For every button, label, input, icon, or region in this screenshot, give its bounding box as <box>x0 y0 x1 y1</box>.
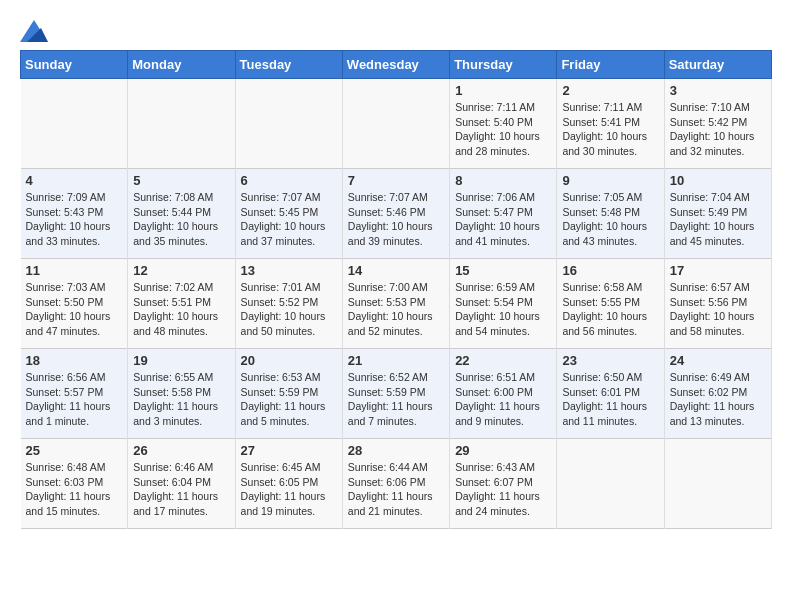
calendar-cell: 19Sunrise: 6:55 AM Sunset: 5:58 PM Dayli… <box>128 349 235 439</box>
calendar-cell: 7Sunrise: 7:07 AM Sunset: 5:46 PM Daylig… <box>342 169 449 259</box>
calendar-cell: 16Sunrise: 6:58 AM Sunset: 5:55 PM Dayli… <box>557 259 664 349</box>
calendar-cell: 13Sunrise: 7:01 AM Sunset: 5:52 PM Dayli… <box>235 259 342 349</box>
day-info: Sunrise: 6:48 AM Sunset: 6:03 PM Dayligh… <box>26 460 123 519</box>
day-info: Sunrise: 7:10 AM Sunset: 5:42 PM Dayligh… <box>670 100 766 159</box>
day-number: 12 <box>133 263 229 278</box>
calendar-cell: 10Sunrise: 7:04 AM Sunset: 5:49 PM Dayli… <box>664 169 771 259</box>
day-number: 8 <box>455 173 551 188</box>
calendar-cell: 21Sunrise: 6:52 AM Sunset: 5:59 PM Dayli… <box>342 349 449 439</box>
calendar-cell: 12Sunrise: 7:02 AM Sunset: 5:51 PM Dayli… <box>128 259 235 349</box>
day-info: Sunrise: 6:59 AM Sunset: 5:54 PM Dayligh… <box>455 280 551 339</box>
week-row-4: 18Sunrise: 6:56 AM Sunset: 5:57 PM Dayli… <box>21 349 772 439</box>
calendar-cell: 20Sunrise: 6:53 AM Sunset: 5:59 PM Dayli… <box>235 349 342 439</box>
day-number: 5 <box>133 173 229 188</box>
calendar-cell: 8Sunrise: 7:06 AM Sunset: 5:47 PM Daylig… <box>450 169 557 259</box>
day-number: 13 <box>241 263 337 278</box>
day-number: 18 <box>26 353 123 368</box>
day-info: Sunrise: 7:08 AM Sunset: 5:44 PM Dayligh… <box>133 190 229 249</box>
day-info: Sunrise: 6:52 AM Sunset: 5:59 PM Dayligh… <box>348 370 444 429</box>
day-number: 9 <box>562 173 658 188</box>
day-number: 21 <box>348 353 444 368</box>
day-number: 4 <box>26 173 123 188</box>
header-sunday: Sunday <box>21 51 128 79</box>
calendar-cell <box>128 79 235 169</box>
calendar-cell: 29Sunrise: 6:43 AM Sunset: 6:07 PM Dayli… <box>450 439 557 529</box>
day-number: 14 <box>348 263 444 278</box>
calendar-cell: 27Sunrise: 6:45 AM Sunset: 6:05 PM Dayli… <box>235 439 342 529</box>
calendar-cell: 26Sunrise: 6:46 AM Sunset: 6:04 PM Dayli… <box>128 439 235 529</box>
day-info: Sunrise: 6:46 AM Sunset: 6:04 PM Dayligh… <box>133 460 229 519</box>
day-info: Sunrise: 6:44 AM Sunset: 6:06 PM Dayligh… <box>348 460 444 519</box>
calendar-cell: 24Sunrise: 6:49 AM Sunset: 6:02 PM Dayli… <box>664 349 771 439</box>
day-number: 25 <box>26 443 123 458</box>
calendar-cell <box>557 439 664 529</box>
week-row-2: 4Sunrise: 7:09 AM Sunset: 5:43 PM Daylig… <box>21 169 772 259</box>
week-row-3: 11Sunrise: 7:03 AM Sunset: 5:50 PM Dayli… <box>21 259 772 349</box>
day-info: Sunrise: 6:51 AM Sunset: 6:00 PM Dayligh… <box>455 370 551 429</box>
day-info: Sunrise: 6:58 AM Sunset: 5:55 PM Dayligh… <box>562 280 658 339</box>
day-number: 29 <box>455 443 551 458</box>
header-saturday: Saturday <box>664 51 771 79</box>
day-info: Sunrise: 7:06 AM Sunset: 5:47 PM Dayligh… <box>455 190 551 249</box>
header <box>20 20 772 42</box>
day-number: 10 <box>670 173 766 188</box>
calendar-cell <box>21 79 128 169</box>
day-number: 28 <box>348 443 444 458</box>
day-number: 16 <box>562 263 658 278</box>
day-number: 19 <box>133 353 229 368</box>
day-number: 1 <box>455 83 551 98</box>
day-info: Sunrise: 6:49 AM Sunset: 6:02 PM Dayligh… <box>670 370 766 429</box>
day-number: 24 <box>670 353 766 368</box>
day-number: 23 <box>562 353 658 368</box>
calendar-cell: 2Sunrise: 7:11 AM Sunset: 5:41 PM Daylig… <box>557 79 664 169</box>
day-number: 2 <box>562 83 658 98</box>
day-info: Sunrise: 7:01 AM Sunset: 5:52 PM Dayligh… <box>241 280 337 339</box>
calendar-cell: 6Sunrise: 7:07 AM Sunset: 5:45 PM Daylig… <box>235 169 342 259</box>
day-info: Sunrise: 7:11 AM Sunset: 5:41 PM Dayligh… <box>562 100 658 159</box>
day-number: 27 <box>241 443 337 458</box>
day-info: Sunrise: 7:04 AM Sunset: 5:49 PM Dayligh… <box>670 190 766 249</box>
header-friday: Friday <box>557 51 664 79</box>
day-number: 22 <box>455 353 551 368</box>
day-info: Sunrise: 6:50 AM Sunset: 6:01 PM Dayligh… <box>562 370 658 429</box>
day-info: Sunrise: 7:07 AM Sunset: 5:46 PM Dayligh… <box>348 190 444 249</box>
calendar-cell: 5Sunrise: 7:08 AM Sunset: 5:44 PM Daylig… <box>128 169 235 259</box>
day-info: Sunrise: 6:45 AM Sunset: 6:05 PM Dayligh… <box>241 460 337 519</box>
week-row-5: 25Sunrise: 6:48 AM Sunset: 6:03 PM Dayli… <box>21 439 772 529</box>
header-thursday: Thursday <box>450 51 557 79</box>
day-number: 17 <box>670 263 766 278</box>
calendar-cell: 1Sunrise: 7:11 AM Sunset: 5:40 PM Daylig… <box>450 79 557 169</box>
calendar-cell: 14Sunrise: 7:00 AM Sunset: 5:53 PM Dayli… <box>342 259 449 349</box>
day-number: 20 <box>241 353 337 368</box>
day-info: Sunrise: 6:43 AM Sunset: 6:07 PM Dayligh… <box>455 460 551 519</box>
calendar-cell <box>342 79 449 169</box>
calendar-cell: 22Sunrise: 6:51 AM Sunset: 6:00 PM Dayli… <box>450 349 557 439</box>
header-tuesday: Tuesday <box>235 51 342 79</box>
calendar-cell <box>235 79 342 169</box>
calendar-table: SundayMondayTuesdayWednesdayThursdayFrid… <box>20 50 772 529</box>
calendar-header-row: SundayMondayTuesdayWednesdayThursdayFrid… <box>21 51 772 79</box>
day-info: Sunrise: 6:53 AM Sunset: 5:59 PM Dayligh… <box>241 370 337 429</box>
day-info: Sunrise: 7:09 AM Sunset: 5:43 PM Dayligh… <box>26 190 123 249</box>
header-monday: Monday <box>128 51 235 79</box>
day-info: Sunrise: 6:57 AM Sunset: 5:56 PM Dayligh… <box>670 280 766 339</box>
day-number: 7 <box>348 173 444 188</box>
calendar-cell: 28Sunrise: 6:44 AM Sunset: 6:06 PM Dayli… <box>342 439 449 529</box>
day-number: 6 <box>241 173 337 188</box>
day-info: Sunrise: 7:00 AM Sunset: 5:53 PM Dayligh… <box>348 280 444 339</box>
day-info: Sunrise: 7:05 AM Sunset: 5:48 PM Dayligh… <box>562 190 658 249</box>
calendar-cell: 3Sunrise: 7:10 AM Sunset: 5:42 PM Daylig… <box>664 79 771 169</box>
day-info: Sunrise: 7:11 AM Sunset: 5:40 PM Dayligh… <box>455 100 551 159</box>
calendar-cell <box>664 439 771 529</box>
day-info: Sunrise: 6:55 AM Sunset: 5:58 PM Dayligh… <box>133 370 229 429</box>
week-row-1: 1Sunrise: 7:11 AM Sunset: 5:40 PM Daylig… <box>21 79 772 169</box>
calendar-cell: 4Sunrise: 7:09 AM Sunset: 5:43 PM Daylig… <box>21 169 128 259</box>
day-number: 26 <box>133 443 229 458</box>
calendar-cell: 18Sunrise: 6:56 AM Sunset: 5:57 PM Dayli… <box>21 349 128 439</box>
day-number: 3 <box>670 83 766 98</box>
calendar-cell: 25Sunrise: 6:48 AM Sunset: 6:03 PM Dayli… <box>21 439 128 529</box>
calendar-cell: 17Sunrise: 6:57 AM Sunset: 5:56 PM Dayli… <box>664 259 771 349</box>
day-number: 15 <box>455 263 551 278</box>
calendar-cell: 9Sunrise: 7:05 AM Sunset: 5:48 PM Daylig… <box>557 169 664 259</box>
calendar-cell: 23Sunrise: 6:50 AM Sunset: 6:01 PM Dayli… <box>557 349 664 439</box>
